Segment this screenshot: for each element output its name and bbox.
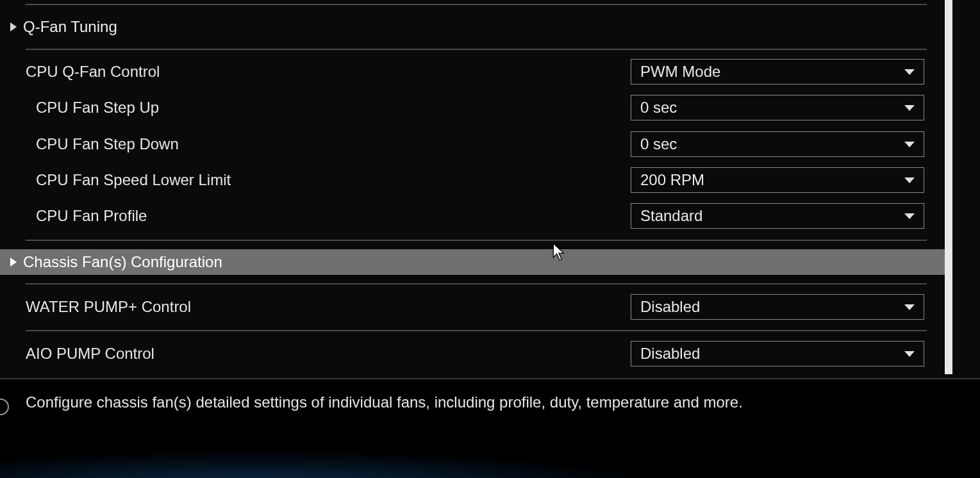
row-cpu-fan-step-down: CPU Fan Step Down 0 sec (0, 130, 927, 158)
row-cpu-fan-step-up: CPU Fan Step Up 0 sec (0, 94, 927, 122)
chevron-down-icon (904, 69, 915, 75)
row-cpu-fan-speed-lower-limit: CPU Fan Speed Lower Limit 200 RPM (0, 166, 927, 194)
dropdown-cpu-fan-speed-lower-limit[interactable]: 200 RPM (631, 167, 924, 193)
chevron-down-icon (904, 304, 915, 310)
chevron-right-icon (10, 22, 17, 31)
chevron-down-icon (904, 142, 915, 147)
dropdown-aio-pump[interactable]: Disabled (631, 341, 924, 367)
dropdown-value: 0 sec (640, 135, 677, 153)
help-text: Configure chassis fan(s) detailed settin… (26, 393, 910, 411)
chevron-down-icon (904, 351, 915, 357)
option-label: AIO PUMP Control (26, 345, 154, 363)
dropdown-value: 0 sec (640, 99, 677, 117)
nav-label: Chassis Fan(s) Configuration (23, 253, 222, 271)
bios-screen: Q-Fan Tuning CPU Q-Fan Control PWM Mode … (0, 0, 980, 478)
row-aio-pump: AIO PUMP Control Disabled (0, 340, 927, 368)
option-label: CPU Q-Fan Control (26, 63, 160, 81)
dropdown-cpu-fan-step-up[interactable]: 0 sec (631, 95, 924, 120)
settings-panel: Q-Fan Tuning CPU Q-Fan Control PWM Mode … (0, 0, 961, 378)
chevron-right-icon (10, 258, 17, 267)
divider (26, 4, 927, 5)
divider (26, 240, 927, 241)
divider (26, 283, 927, 284)
dropdown-value: Disabled (640, 298, 700, 316)
chevron-down-icon (904, 105, 915, 111)
divider (26, 330, 927, 331)
dropdown-value: 200 RPM (640, 171, 704, 189)
chevron-down-icon (904, 213, 915, 219)
divider (26, 49, 927, 50)
info-icon (0, 399, 9, 415)
dropdown-value: Disabled (640, 345, 700, 363)
chevron-down-icon (904, 177, 915, 183)
decorative-glow (0, 449, 980, 478)
option-label: CPU Fan Step Down (36, 135, 179, 153)
option-label: CPU Fan Step Up (36, 99, 159, 117)
scrollbar[interactable] (945, 0, 952, 374)
row-cpu-fan-profile: CPU Fan Profile Standard (0, 202, 927, 230)
dropdown-water-pump-plus[interactable]: Disabled (631, 294, 924, 320)
option-label: CPU Fan Speed Lower Limit (36, 171, 231, 189)
option-label: WATER PUMP+ Control (26, 298, 191, 316)
dropdown-cpu-fan-step-down[interactable]: 0 sec (631, 131, 924, 157)
nav-chassis-fan-config[interactable]: Chassis Fan(s) Configuration (0, 249, 947, 275)
dropdown-value: PWM Mode (640, 63, 720, 81)
row-cpu-qfan-control: CPU Q-Fan Control PWM Mode (0, 58, 927, 86)
dropdown-cpu-fan-profile[interactable]: Standard (631, 203, 924, 229)
dropdown-value: Standard (640, 207, 702, 225)
nav-qfan-tuning[interactable]: Q-Fan Tuning (0, 14, 947, 40)
option-label: CPU Fan Profile (36, 207, 147, 225)
dropdown-cpu-qfan-control[interactable]: PWM Mode (631, 59, 924, 85)
row-water-pump-plus: WATER PUMP+ Control Disabled (0, 293, 927, 321)
nav-label: Q-Fan Tuning (23, 18, 117, 36)
help-panel: Configure chassis fan(s) detailed settin… (0, 378, 980, 478)
